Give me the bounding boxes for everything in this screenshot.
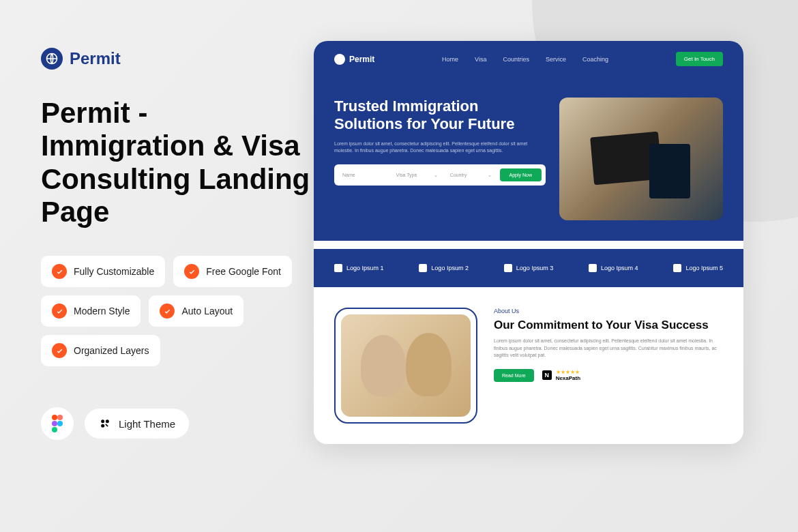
nav-link[interactable]: Coaching [582,56,608,63]
feature-item: Free Google Font [173,256,292,287]
palette-icon [98,417,112,430]
read-more-button[interactable]: Read More [494,369,534,382]
svg-point-6 [101,419,104,423]
globe-icon [334,54,345,65]
check-icon [52,343,67,358]
nav-link[interactable]: Service [546,56,566,63]
chevron-down-icon: ⌄ [434,173,438,178]
partner-logo: Logo Ipsum 4 [589,264,638,272]
about-image [341,314,471,417]
svg-point-4 [57,421,63,426]
figma-icon [41,407,74,440]
search-bar: Name Visa Type⌄ Country⌄ Apply Now [334,164,546,186]
feature-item: Auto Layout [149,295,243,327]
info-panel: Permit Permit - Immigration & Visa Consu… [0,0,314,532]
nav-logo: Permit [334,54,374,65]
check-icon [160,304,175,319]
section-label: About Us [494,308,723,314]
country-select[interactable]: Country⌄ [446,170,496,181]
brand-name: Permit [70,49,121,68]
rating-badge: N ★★★★★ NexaPath [542,369,580,381]
nav-link[interactable]: Visa [475,56,486,63]
preview-panel: Permit Home Visa Countries Service Coach… [314,0,798,532]
name-input[interactable]: Name [338,170,388,180]
svg-point-3 [52,421,57,426]
theme-label: Light Theme [119,418,175,430]
check-icon [184,264,199,279]
feature-item: Modern Style [41,295,141,327]
feature-item: Organized Layers [41,335,160,366]
svg-point-8 [101,424,104,428]
about-title: Our Commitment to Your Visa Success [494,319,723,332]
about-actions: Read More N ★★★★★ NexaPath [494,369,723,382]
cta-button[interactable]: Get In Touch [676,52,723,66]
hero-title: Trusted Immigration Solutions for Your F… [334,98,546,134]
check-icon [52,264,67,279]
website-preview: Permit Home Visa Countries Service Coach… [314,41,743,444]
hero-desc: Lorem ipsum dolor sit amet, consectetur … [334,141,546,154]
logo-strip: Logo Ipsum 1 Logo Ipsum 2 Logo Ipsum 3 L… [314,249,743,287]
partner-logo: Logo Ipsum 5 [673,264,723,272]
star-rating: ★★★★★ [556,369,580,375]
feature-item: Fully Customizable [41,256,165,287]
feature-list: Fully Customizable Free Google Font Mode… [41,256,314,366]
partner-logo: Logo Ipsum 2 [419,264,469,272]
preview-nav: Permit Home Visa Countries Service Coach… [314,41,743,77]
visa-select[interactable]: Visa Type⌄ [392,170,442,181]
nav-link[interactable]: Countries [503,56,529,63]
apply-button[interactable]: Apply Now [500,168,542,181]
hero-image [559,98,723,220]
nexa-icon: N [542,370,552,380]
partner-logo: Logo Ipsum 3 [504,264,554,272]
svg-point-7 [106,419,109,423]
about-image-frame [334,308,477,424]
hero-section: Trusted Immigration Solutions for Your F… [314,77,743,241]
hero-content: Trusted Immigration Solutions for Your F… [334,98,546,220]
about-section: About Us Our Commitment to Your Visa Suc… [314,287,743,444]
svg-point-2 [57,415,63,420]
theme-badge: Light Theme [85,409,189,439]
about-desc: Lorem ipsum dolor sit amet, consectetur … [494,338,723,359]
svg-point-5 [52,427,57,432]
partner-logo: Logo Ipsum 1 [334,264,384,272]
check-icon [52,304,67,319]
about-content: About Us Our Commitment to Your Visa Suc… [494,308,723,424]
brand-logo: Permit [41,48,314,70]
svg-point-1 [52,415,57,420]
chevron-down-icon: ⌄ [488,173,492,178]
badge-row: Light Theme [41,407,314,440]
nav-links: Home Visa Countries Service Coaching [442,56,608,63]
nav-link[interactable]: Home [442,56,458,63]
globe-icon [41,48,63,70]
page-headline: Permit - Immigration & Visa Consulting L… [41,97,314,228]
